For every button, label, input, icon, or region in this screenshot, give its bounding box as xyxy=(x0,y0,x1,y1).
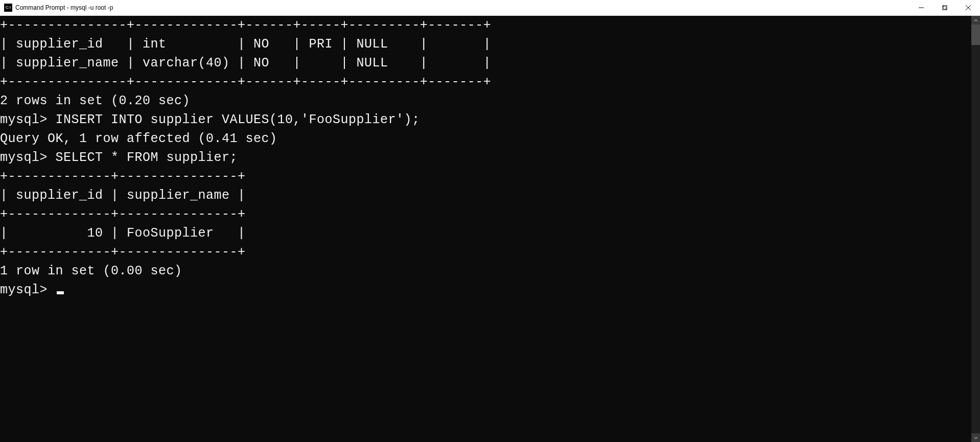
minimize-icon xyxy=(919,5,924,10)
app-window: C:\ Command Prompt - mysql -u root -p +-… xyxy=(0,0,980,442)
cmd-icon: C:\ xyxy=(4,4,12,12)
terminal-line: +---------------+-------------+------+--… xyxy=(0,73,971,91)
terminal-line: | supplier_id | int | NO | PRI | NULL | … xyxy=(0,35,971,54)
close-icon xyxy=(966,5,971,10)
terminal-line: +-------------+---------------+ xyxy=(0,205,971,224)
cursor-icon xyxy=(57,291,64,294)
scroll-down-button[interactable] xyxy=(971,433,980,442)
terminal-output[interactable]: +---------------+-------------+------+--… xyxy=(0,16,971,442)
scrollbar-thumb[interactable] xyxy=(971,25,980,45)
window-title: Command Prompt - mysql -u root -p xyxy=(15,4,113,11)
terminal-line: mysql> INSERT INTO supplier VALUES(10,'F… xyxy=(0,110,971,129)
terminal-prompt-text: mysql> xyxy=(0,283,56,297)
terminal-prompt-line[interactable]: mysql> xyxy=(0,281,971,299)
chevron-up-icon xyxy=(974,18,978,22)
terminal-line: 1 row in set (0.00 sec) xyxy=(0,262,971,281)
chevron-down-icon xyxy=(974,436,978,440)
titlebar[interactable]: C:\ Command Prompt - mysql -u root -p xyxy=(0,0,980,16)
terminal-line: | 10 | FooSupplier | xyxy=(0,224,971,243)
terminal-line: | supplier_id | supplier_name | xyxy=(0,186,971,205)
terminal-line: 2 rows in set (0.20 sec) xyxy=(0,91,971,110)
vertical-scrollbar[interactable] xyxy=(971,16,980,442)
terminal-line: Query OK, 1 row affected (0.41 sec) xyxy=(0,129,971,148)
terminal-line: | supplier_name | varchar(40) | NO | | N… xyxy=(0,54,971,73)
terminal-line: +---------------+-------------+------+--… xyxy=(0,16,971,35)
maximize-button[interactable] xyxy=(933,0,956,15)
svg-rect-1 xyxy=(942,6,946,10)
minimize-button[interactable] xyxy=(909,0,933,15)
terminal-line: mysql> SELECT * FROM supplier; xyxy=(0,148,971,167)
maximize-icon xyxy=(942,5,947,10)
terminal-line: +-------------+---------------+ xyxy=(0,167,971,186)
scroll-up-button[interactable] xyxy=(971,16,980,25)
svg-rect-2 xyxy=(943,5,947,9)
terminal-line: +-------------+---------------+ xyxy=(0,243,971,262)
client-area: +---------------+-------------+------+--… xyxy=(0,16,980,442)
close-button[interactable] xyxy=(956,0,980,15)
scrollbar-track[interactable] xyxy=(971,25,980,433)
